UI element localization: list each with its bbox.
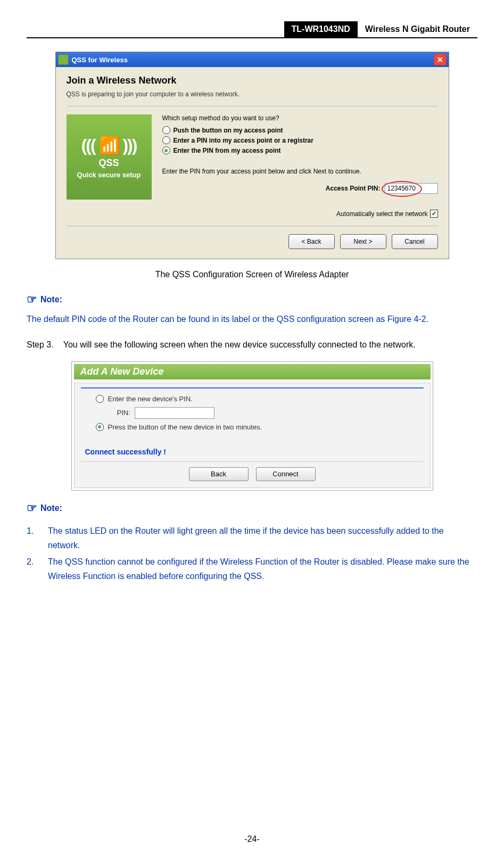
- dialog-title: QSS for Wireless: [72, 56, 434, 64]
- divider: [67, 106, 438, 106]
- radio-option-1[interactable]: Push the button on my access point: [162, 126, 438, 134]
- radio-icon: [96, 395, 104, 403]
- radio-icon: [162, 146, 170, 154]
- radio-label: Enter a PIN into my access point or a re…: [173, 137, 313, 144]
- note-label: Note:: [40, 295, 62, 304]
- step-description: You will see the following screen when t…: [63, 337, 416, 353]
- note-icon: ☞: [27, 501, 37, 515]
- note-icon: ☞: [27, 293, 37, 307]
- note-list: 1. The status LED on the Router will lig…: [27, 524, 477, 584]
- success-message: Connect successfully !: [85, 448, 419, 456]
- page-number: -24-: [0, 834, 504, 844]
- divider: [67, 226, 438, 226]
- qss-dialog: QSS for Wireless ✕ Join a Wireless Netwo…: [55, 52, 449, 259]
- pin-label: Access Point PIN:: [326, 185, 381, 192]
- back-button[interactable]: < Back: [288, 234, 335, 249]
- qss-logo: ((( 📶 ))) QSS Quick secure setup: [67, 114, 152, 200]
- pin-instruction: Enter the PIN from your access point bel…: [162, 168, 438, 175]
- radio-icon: [162, 136, 170, 144]
- pin-label-2: PIN:: [117, 409, 130, 417]
- note-header: ☞ Note:: [27, 293, 477, 307]
- list-number: 1.: [27, 524, 38, 552]
- dialog-heading: Join a Wireless Network: [67, 75, 438, 86]
- back-button-2[interactable]: Back: [189, 467, 249, 481]
- dialog2-titlebar: Add A New Device: [74, 364, 431, 379]
- radio-label: Press the button of the new device in tw…: [108, 423, 262, 431]
- note-item: 2. The QSS function cannot be configured…: [27, 555, 477, 583]
- product-name: Wireless N Gigabit Router: [358, 21, 477, 37]
- divider: [81, 387, 424, 388]
- radio-option-3[interactable]: Enter the PIN from my access point: [162, 146, 438, 154]
- pin-input-2[interactable]: [135, 407, 214, 419]
- radio-label: Enter the new device's PIN.: [108, 395, 193, 403]
- radio-label: Push the button on my access point: [173, 127, 283, 134]
- close-button[interactable]: ✕: [434, 54, 447, 65]
- page-header: TL-WR1043ND Wireless N Gigabit Router: [27, 21, 477, 38]
- cancel-button[interactable]: Cancel: [392, 234, 438, 249]
- auto-select-checkbox[interactable]: ✔: [430, 210, 438, 218]
- figure-caption: The QSS Configuration Screen of Wireless…: [27, 270, 477, 279]
- qss-text: QSS: [98, 158, 119, 169]
- setup-question: Which setup method do you want to use?: [162, 114, 438, 122]
- radio-label: Enter the PIN from my access point: [173, 147, 281, 154]
- model-number: TL-WR1043ND: [284, 21, 358, 37]
- note-item: 1. The status LED on the Router will lig…: [27, 524, 477, 552]
- pin-input[interactable]: [385, 183, 438, 194]
- note-header-2: ☞ Note:: [27, 501, 477, 515]
- radio-enter-pin[interactable]: Enter the new device's PIN.: [96, 395, 409, 403]
- qss-subtitle: Quick secure setup: [77, 171, 141, 179]
- note-text: The default PIN code of the Router can b…: [27, 312, 477, 326]
- radio-option-2[interactable]: Enter a PIN into my access point or a re…: [162, 136, 438, 144]
- list-text: The QSS function cannot be configured if…: [48, 555, 477, 583]
- next-button[interactable]: Next >: [340, 234, 386, 249]
- step-number: Step 3.: [27, 337, 54, 353]
- radio-press-button[interactable]: Press the button of the new device in tw…: [96, 423, 409, 431]
- app-icon: [58, 54, 69, 65]
- dialog-titlebar: QSS for Wireless ✕: [56, 52, 449, 67]
- list-text: The status LED on the Router will light …: [48, 524, 477, 552]
- add-device-dialog: Add A New Device Enter the new device's …: [71, 361, 433, 491]
- note-label: Note:: [40, 503, 62, 513]
- radio-icon: [96, 423, 104, 431]
- qss-wave-icon: ((( 📶 ))): [81, 135, 137, 155]
- list-number: 2.: [27, 555, 38, 583]
- radio-icon: [162, 126, 170, 134]
- auto-select-label: Automatically select the network: [336, 210, 427, 218]
- dialog-subtext: QSS is preparing to join your computer t…: [67, 90, 438, 98]
- connect-button[interactable]: Connect: [256, 467, 316, 481]
